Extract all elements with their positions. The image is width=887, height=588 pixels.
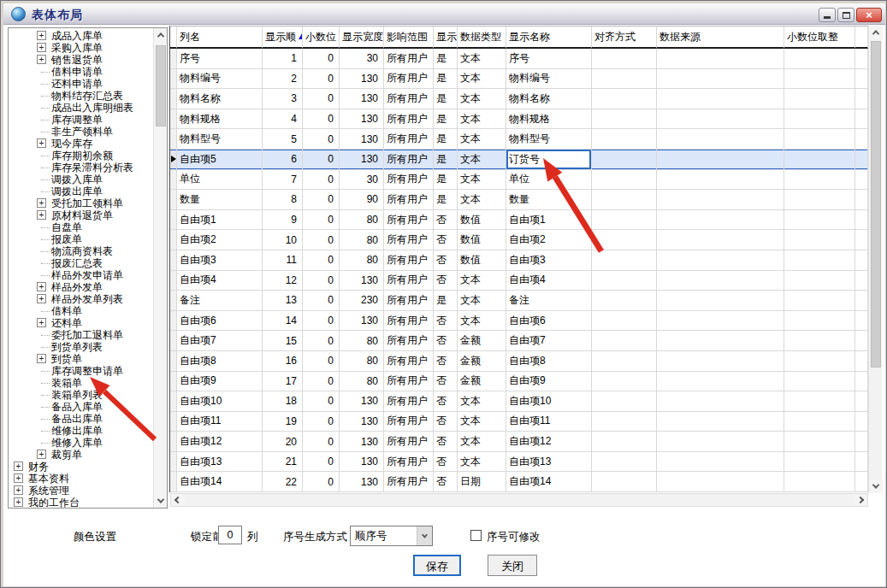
- cell[interactable]: 130: [340, 432, 384, 452]
- cell[interactable]: 自由项9: [177, 372, 263, 392]
- grid-vertical-scrollbar[interactable]: [868, 26, 882, 493]
- cell[interactable]: 130: [340, 129, 384, 150]
- row-header[interactable]: [170, 372, 177, 392]
- cell[interactable]: 物料型号: [177, 129, 263, 150]
- cell[interactable]: [592, 69, 657, 90]
- cell[interactable]: 自由项10: [177, 391, 263, 412]
- tree-item[interactable]: +到货单: [9, 353, 82, 365]
- cell[interactable]: [592, 129, 657, 150]
- cell[interactable]: 0: [303, 351, 340, 372]
- cell[interactable]: 自由项12: [506, 432, 592, 452]
- cell[interactable]: 16: [263, 351, 303, 372]
- cell[interactable]: [784, 170, 855, 191]
- tree-item[interactable]: +样品外发单列表: [9, 293, 123, 305]
- cell[interactable]: 130: [340, 150, 384, 170]
- cell[interactable]: 序号: [177, 49, 263, 69]
- cell[interactable]: [784, 432, 855, 452]
- cell[interactable]: 数值: [458, 210, 506, 231]
- table-row[interactable]: 自由项12200130所有用户否文本自由项12: [170, 432, 868, 452]
- row-header[interactable]: [170, 170, 177, 191]
- cell[interactable]: [784, 452, 855, 473]
- table-row[interactable]: 数量8090所有用户是文本数量: [170, 190, 868, 210]
- cell[interactable]: 0: [303, 109, 340, 130]
- cell[interactable]: [784, 150, 855, 170]
- cell[interactable]: 12: [263, 271, 303, 291]
- table-row[interactable]: 单位7030所有用户是文本单位: [170, 170, 868, 191]
- tree-item[interactable]: 借料申请单: [9, 66, 103, 78]
- cell[interactable]: 所有用户: [384, 291, 434, 311]
- cell[interactable]: 文本: [458, 109, 506, 130]
- cell[interactable]: 物料编号: [506, 69, 592, 90]
- cell[interactable]: [657, 412, 784, 432]
- tree-item[interactable]: 库存调整申请单: [9, 365, 123, 377]
- cell[interactable]: 自由项8: [177, 351, 263, 372]
- cell[interactable]: [784, 412, 855, 432]
- cell[interactable]: 自由项1: [177, 210, 263, 231]
- cell[interactable]: 80: [340, 250, 384, 271]
- cell[interactable]: 11: [263, 250, 303, 271]
- tree-item[interactable]: 报废单: [9, 233, 82, 245]
- tree-item[interactable]: 备品出库单: [9, 413, 103, 425]
- tree-item[interactable]: 自盘单: [9, 221, 82, 233]
- cell[interactable]: [592, 230, 657, 250]
- table-row[interactable]: 自由项19080所有用户否数值自由项1: [170, 210, 868, 231]
- expand-icon[interactable]: +: [37, 31, 46, 40]
- cell[interactable]: [784, 190, 855, 210]
- cell[interactable]: 20: [263, 432, 303, 452]
- cell[interactable]: 备注: [177, 291, 263, 311]
- column-header[interactable]: 显示: [434, 26, 458, 49]
- cell[interactable]: [784, 351, 855, 372]
- cell[interactable]: 否: [434, 331, 458, 351]
- tree-scrollbar[interactable]: [153, 28, 167, 508]
- cell[interactable]: 0: [303, 210, 340, 231]
- tree-item[interactable]: 库存调整单: [9, 114, 103, 126]
- cell[interactable]: 6: [263, 150, 303, 170]
- table-row[interactable]: 备注130230所有用户是文本备注: [170, 291, 868, 311]
- cell[interactable]: [657, 129, 784, 150]
- table-row[interactable]: 自由项210080所有用户否数值自由项2: [170, 230, 868, 250]
- table-row[interactable]: 自由项10180130所有用户否文本自由项10: [170, 391, 868, 412]
- cell[interactable]: 自由项8: [506, 351, 592, 372]
- title-bar[interactable]: 表体布局 ×: [3, 3, 885, 25]
- cell[interactable]: 自由项7: [177, 331, 263, 351]
- cell[interactable]: 130: [340, 391, 384, 412]
- cell[interactable]: [657, 250, 784, 271]
- cell[interactable]: 文本: [458, 170, 506, 191]
- cell[interactable]: 18: [263, 391, 303, 412]
- cell[interactable]: [784, 472, 855, 492]
- cell[interactable]: [592, 391, 657, 412]
- row-header[interactable]: [170, 432, 177, 452]
- cell[interactable]: 所有用户: [384, 271, 434, 291]
- cell[interactable]: 文本: [458, 129, 506, 150]
- sequence-method-select[interactable]: 顺序号: [350, 526, 433, 546]
- row-header[interactable]: [170, 150, 177, 170]
- cell[interactable]: 文本: [458, 150, 506, 170]
- cell[interactable]: [657, 472, 784, 492]
- expand-icon[interactable]: +: [37, 450, 46, 459]
- cell[interactable]: 0: [303, 391, 340, 412]
- cell[interactable]: 所有用户: [384, 230, 434, 250]
- cell[interactable]: 自由项4: [177, 271, 263, 291]
- cell[interactable]: [592, 89, 657, 109]
- cell[interactable]: 15: [263, 331, 303, 351]
- cell[interactable]: [592, 271, 657, 291]
- cell[interactable]: 否: [434, 250, 458, 271]
- cell[interactable]: 数值: [458, 230, 506, 250]
- cell[interactable]: 自由项3: [506, 250, 592, 271]
- cell[interactable]: 80: [340, 210, 384, 231]
- cell[interactable]: 自由项6: [177, 311, 263, 332]
- tree-item[interactable]: +样品外发单: [9, 281, 103, 293]
- expand-icon[interactable]: +: [37, 282, 46, 291]
- tree-item[interactable]: 备品入库单: [9, 401, 103, 413]
- cell[interactable]: 所有用户: [384, 372, 434, 392]
- cell[interactable]: 否: [434, 452, 458, 473]
- cell[interactable]: 130: [340, 271, 384, 291]
- cell[interactable]: [592, 452, 657, 473]
- tree-item[interactable]: 还料申请单: [9, 78, 103, 90]
- minimize-button[interactable]: [819, 8, 836, 22]
- save-button[interactable]: 保存: [413, 555, 461, 576]
- cell[interactable]: 物料编号: [177, 69, 263, 90]
- table-row[interactable]: 物料型号50130所有用户是文本物料型号: [170, 129, 868, 150]
- grid-horizontal-scrollbar[interactable]: [170, 493, 868, 507]
- cell[interactable]: [784, 69, 855, 90]
